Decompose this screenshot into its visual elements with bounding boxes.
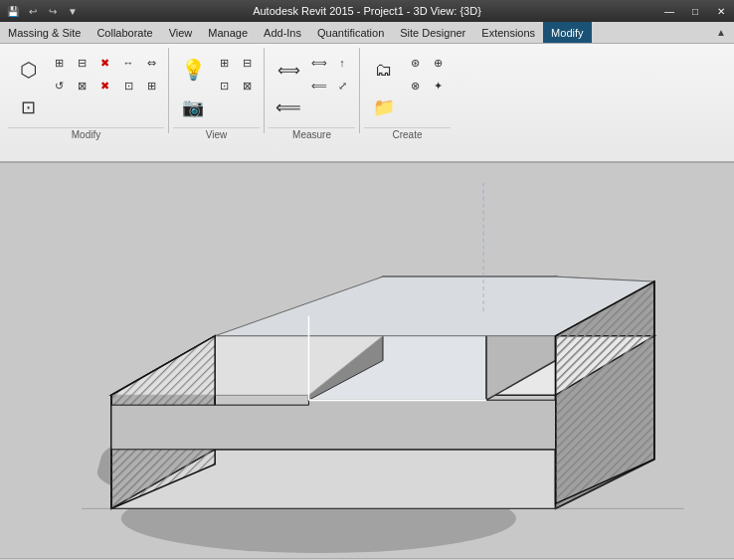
view-label: View bbox=[173, 127, 260, 141]
view-camera-btn[interactable]: 📷 bbox=[175, 90, 211, 125]
maximize-btn[interactable]: □ bbox=[682, 0, 708, 22]
ribbon-section-measure: ⟺ ⟸ ⟺ ↑ ⟸ ⤢ Measure bbox=[265, 48, 360, 133]
close-btn[interactable]: ✕ bbox=[708, 0, 734, 22]
menu-massing-site[interactable]: Massing & Site bbox=[0, 22, 89, 43]
save-btn[interactable]: 💾 bbox=[4, 2, 22, 20]
create-tool3-btn[interactable]: ⊗ bbox=[404, 75, 426, 96]
qa-dropdown-btn[interactable]: ▼ bbox=[64, 2, 82, 20]
measure-label: Measure bbox=[269, 127, 355, 141]
menu-collaborate[interactable]: Collaborate bbox=[89, 22, 160, 43]
select-all-btn[interactable]: ⊡ bbox=[10, 90, 46, 125]
trim2-btn[interactable]: ✖ bbox=[93, 75, 115, 96]
align-tool-btn[interactable]: ⊞ bbox=[48, 52, 70, 74]
ribbon-section-view: 💡 📷 ⊞ ⊟ ⊡ ⊠ View bbox=[169, 48, 265, 133]
move-btn[interactable]: ↔ bbox=[117, 52, 139, 74]
menu-modify[interactable]: Modify bbox=[543, 22, 591, 43]
view-bulb-btn[interactable]: 💡 bbox=[175, 52, 211, 88]
modify-buttons: ⬡ ⊡ ⊞ ⊟ ✖ ↺ ⊠ ✖ bbox=[8, 50, 164, 127]
menu-site-designer[interactable]: Site Designer bbox=[392, 22, 473, 43]
menu-extensions[interactable]: Extensions bbox=[473, 22, 543, 43]
title-bar: 💾 ↩ ↪ ▼ Autodesk Revit 2015 - Project1 -… bbox=[0, 0, 734, 22]
view-tile-btn[interactable]: ⊟ bbox=[236, 52, 258, 74]
trim-btn[interactable]: ⊠ bbox=[71, 75, 92, 96]
ribbon: ⬡ ⊡ ⊞ ⊟ ✖ ↺ ⊠ ✖ bbox=[0, 44, 734, 163]
measure-buttons: ⟺ ⟸ ⟺ ↑ ⟸ ⤢ bbox=[269, 50, 355, 127]
ribbon-section-create: 🗂 📁 ⊛ ⊕ ⊗ ✦ Create bbox=[360, 48, 455, 133]
menu-quantification[interactable]: Quantification bbox=[309, 22, 392, 43]
view-win-btn[interactable]: ⊞ bbox=[213, 52, 235, 74]
select-tool-btn[interactable]: ⬡ bbox=[10, 52, 46, 88]
create-tool2-btn[interactable]: ⊕ bbox=[427, 52, 449, 74]
menu-addins[interactable]: Add-Ins bbox=[256, 22, 309, 43]
viewport-canvas[interactable] bbox=[0, 163, 734, 558]
measure-dim-btn[interactable]: ⟺ bbox=[271, 52, 306, 88]
create-buttons: 🗂 📁 ⊛ ⊕ ⊗ ✦ bbox=[364, 50, 451, 127]
window-title: Autodesk Revit 2015 - Project1 - 3D View… bbox=[253, 5, 481, 17]
undo-btn[interactable]: ↩ bbox=[24, 2, 42, 20]
svg-marker-19 bbox=[111, 400, 556, 450]
create-group-btn[interactable]: 📁 bbox=[366, 90, 402, 125]
create-component-btn[interactable]: 🗂 bbox=[366, 52, 402, 88]
mirror-x-btn[interactable]: ✖ bbox=[93, 52, 115, 74]
view-tab-btn[interactable]: ⊡ bbox=[213, 75, 235, 96]
offset-btn[interactable]: ⇔ bbox=[140, 52, 162, 74]
measure-angle-btn[interactable]: ⟸ bbox=[271, 90, 306, 125]
rotate-btn[interactable]: ↺ bbox=[48, 75, 70, 96]
menu-view[interactable]: View bbox=[161, 22, 201, 43]
minimize-btn[interactable]: — bbox=[656, 0, 682, 22]
measure-tool2-btn[interactable]: ↑ bbox=[331, 52, 353, 74]
measure-tool3-btn[interactable]: ⟸ bbox=[308, 75, 330, 96]
scale-btn[interactable]: ⊡ bbox=[117, 75, 139, 96]
redo-btn[interactable]: ↪ bbox=[44, 2, 62, 20]
modify-label: Modify bbox=[8, 127, 164, 141]
create-tool4-btn[interactable]: ✦ bbox=[427, 75, 449, 96]
menu-manage[interactable]: Manage bbox=[200, 22, 256, 43]
copy-tool-btn[interactable]: ⊟ bbox=[71, 52, 92, 74]
view-close-btn[interactable]: ⊠ bbox=[236, 75, 258, 96]
measure-tool1-btn[interactable]: ⟺ bbox=[308, 52, 330, 74]
view-buttons: 💡 📷 ⊞ ⊟ ⊡ ⊠ bbox=[173, 50, 260, 127]
create-label: Create bbox=[364, 127, 451, 141]
ribbon-section-modify: ⬡ ⊡ ⊞ ⊟ ✖ ↺ ⊠ ✖ bbox=[4, 48, 169, 133]
menu-bar: Massing & Site Collaborate View Manage A… bbox=[0, 22, 734, 44]
ribbon-content: ⬡ ⊡ ⊞ ⊟ ✖ ↺ ⊠ ✖ bbox=[0, 44, 734, 133]
window-controls: — □ ✕ bbox=[656, 0, 734, 22]
quick-access-toolbar: 💾 ↩ ↪ ▼ bbox=[0, 0, 82, 22]
array-btn[interactable]: ⊞ bbox=[140, 75, 162, 96]
ribbon-toggle-btn[interactable]: ▲ bbox=[712, 24, 730, 42]
building-3d-view bbox=[0, 163, 734, 558]
create-tool1-btn[interactable]: ⊛ bbox=[404, 52, 426, 74]
measure-tool4-btn[interactable]: ⤢ bbox=[331, 75, 353, 96]
